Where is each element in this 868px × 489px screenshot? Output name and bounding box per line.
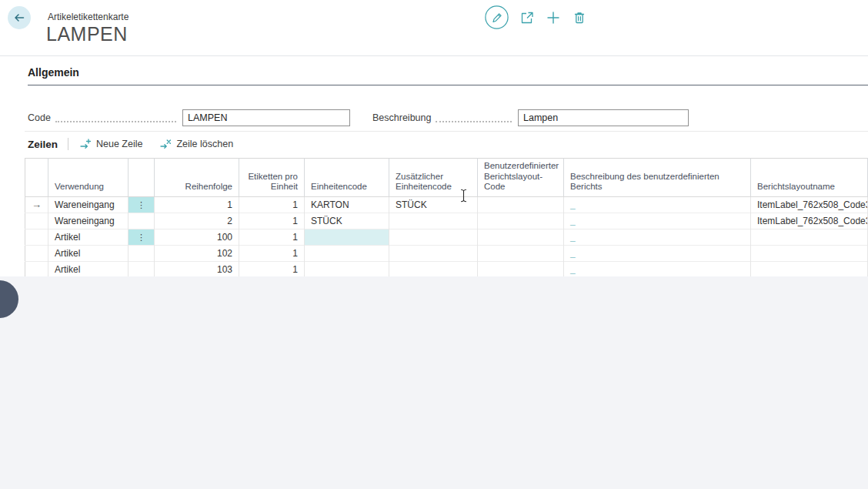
cell-einheitencode[interactable]: [305, 245, 389, 261]
header-actions: [485, 5, 587, 29]
cell-beschreibung_des_benutzerdefinierten_berichts[interactable]: _: [564, 213, 751, 229]
cell-reihenfolge[interactable]: 102: [155, 245, 239, 261]
cell-beschreibung_des_benutzerdefinierten_berichts[interactable]: _: [564, 261, 751, 277]
row-options-cell[interactable]: ⋮: [129, 229, 155, 245]
new-line-label: Neue Zeile: [96, 139, 142, 149]
share-button[interactable]: [519, 10, 535, 25]
share-icon: [519, 10, 535, 25]
text-ibeam-cursor: [459, 189, 468, 203]
section-allgemein: Allgemein: [28, 66, 868, 85]
cell-reihenfolge[interactable]: 1: [155, 196, 239, 213]
beschreibung-input[interactable]: [518, 109, 689, 126]
report-description-placeholder[interactable]: _: [570, 199, 576, 210]
code-field-group: Code: [28, 109, 350, 126]
report-description-placeholder[interactable]: _: [570, 248, 576, 259]
vertical-ellipsis-icon[interactable]: ⋮: [129, 229, 154, 245]
code-input[interactable]: [182, 109, 350, 126]
new-line-button[interactable]: Neue Zeile: [79, 138, 142, 150]
cell-benutzerdefinierter_berichtslayout_code[interactable]: [478, 245, 564, 261]
row-options-cell: [129, 261, 155, 277]
cell-berichtslayoutname[interactable]: ItemLabel_762x508_Code39: [751, 196, 868, 213]
table-row: Wareneingang21STÜCK_ItemLabel_762x508_Co…: [25, 213, 868, 229]
row-options-cell[interactable]: ⋮: [129, 196, 155, 213]
lines-section-title: Zeilen: [28, 139, 58, 150]
row-selector-cell: [25, 229, 48, 245]
cell-verwendung[interactable]: Wareneingang: [48, 196, 129, 213]
dotted-leader: [55, 114, 176, 122]
cell-zusaetzlicher_einheitencode[interactable]: [389, 229, 478, 245]
dotted-leader: [436, 114, 512, 122]
header-divider: [0, 55, 868, 56]
code-label: Code: [28, 112, 51, 123]
column-header-berichtslayoutname[interactable]: Berichtslayoutname: [751, 159, 868, 197]
cell-berichtslayoutname[interactable]: [751, 261, 868, 277]
cell-zusaetzlicher_einheitencode[interactable]: [389, 245, 478, 261]
column-header-beschreibung_des_benutzerdefinierten_berichts[interactable]: Beschreibung des benutzerdefinierten Ber…: [564, 159, 751, 197]
page-caption: Artikeletikettenkarte: [48, 12, 129, 22]
cell-reihenfolge[interactable]: 103: [155, 261, 239, 277]
trash-icon: [572, 10, 587, 25]
cell-etiketten_pro_einheit[interactable]: 1: [239, 196, 305, 213]
table-row: Artikel⋮1001_: [25, 229, 868, 245]
report-description-placeholder[interactable]: _: [570, 216, 576, 226]
row-options-cell: [129, 245, 155, 261]
new-button[interactable]: [546, 10, 561, 25]
cell-verwendung[interactable]: Artikel: [48, 229, 129, 245]
cell-zusaetzlicher_einheitencode[interactable]: [389, 261, 478, 277]
column-header-reihenfolge[interactable]: Reihenfolge: [155, 159, 239, 197]
cell-verwendung[interactable]: Artikel: [48, 245, 129, 261]
cell-einheitencode[interactable]: [305, 229, 389, 245]
column-header-einheitencode[interactable]: Einheitencode: [305, 159, 389, 197]
column-header-empty: [129, 159, 155, 197]
cell-zusaetzlicher_einheitencode[interactable]: [389, 213, 478, 229]
delete-line-button[interactable]: Zeile löschen: [159, 138, 233, 150]
plus-icon: [546, 10, 561, 25]
general-fields: Code Beschreibung: [28, 109, 689, 126]
row-selector-cell: [25, 261, 48, 277]
back-button[interactable]: [8, 6, 31, 29]
table-row: Artikel1031_: [25, 261, 868, 277]
cell-beschreibung_des_benutzerdefinierten_berichts[interactable]: _: [564, 196, 751, 213]
cell-einheitencode[interactable]: STÜCK: [305, 213, 389, 229]
section-divider: [25, 131, 868, 132]
delete-button[interactable]: [572, 10, 587, 25]
row-options-cell: [129, 213, 155, 229]
column-header-etiketten_pro_einheit[interactable]: Etiketten pro Einheit: [239, 159, 305, 197]
cell-benutzerdefinierter_berichtslayout_code[interactable]: [478, 261, 564, 277]
cell-etiketten_pro_einheit[interactable]: 1: [239, 261, 305, 277]
vertical-ellipsis-icon[interactable]: ⋮: [129, 197, 154, 213]
cell-etiketten_pro_einheit[interactable]: 1: [239, 213, 305, 229]
cell-benutzerdefinierter_berichtslayout_code[interactable]: [478, 213, 564, 229]
cell-reihenfolge[interactable]: 2: [155, 213, 239, 229]
cell-beschreibung_des_benutzerdefinierten_berichts[interactable]: _: [564, 245, 751, 261]
cell-reihenfolge[interactable]: 100: [155, 229, 239, 245]
beschreibung-field-group: Beschreibung: [372, 109, 689, 126]
cell-etiketten_pro_einheit[interactable]: 1: [239, 245, 305, 261]
column-header-benutzerdefinierter_berichtslayout_code[interactable]: Benutzerdefinierter Berichtslayout-Code: [478, 159, 564, 197]
cell-verwendung[interactable]: Artikel: [48, 261, 129, 277]
cell-berichtslayoutname[interactable]: ItemLabel_762x508_Code39: [751, 213, 868, 229]
cell-berichtslayoutname[interactable]: [751, 245, 868, 261]
beschreibung-label: Beschreibung: [372, 112, 431, 123]
page-title: LAMPEN: [46, 23, 128, 45]
remove-line-icon: [159, 138, 172, 150]
cell-einheitencode[interactable]: [305, 261, 389, 277]
pencil-icon: [485, 5, 509, 29]
cell-verwendung[interactable]: Wareneingang: [48, 213, 129, 229]
content-background: [0, 276, 868, 489]
cell-benutzerdefinierter_berichtslayout_code[interactable]: [478, 229, 564, 245]
delete-line-label: Zeile löschen: [176, 139, 233, 149]
column-header-verwendung[interactable]: Verwendung: [48, 159, 129, 197]
report-description-placeholder[interactable]: _: [570, 232, 576, 243]
cell-benutzerdefinierter_berichtslayout_code[interactable]: [478, 196, 564, 213]
report-description-placeholder[interactable]: _: [570, 264, 576, 275]
edit-button[interactable]: [485, 5, 509, 29]
toolbar-divider: [68, 138, 68, 150]
cell-beschreibung_des_benutzerdefinierten_berichts[interactable]: _: [564, 229, 751, 245]
cell-berichtslayoutname[interactable]: [751, 229, 868, 245]
row-selector-cell: [25, 213, 48, 229]
cell-etiketten_pro_einheit[interactable]: 1: [239, 229, 305, 245]
row-selector-cell: [25, 245, 48, 261]
cell-einheitencode[interactable]: KARTON: [305, 196, 389, 213]
section-title-allgemein: Allgemein: [28, 66, 868, 85]
